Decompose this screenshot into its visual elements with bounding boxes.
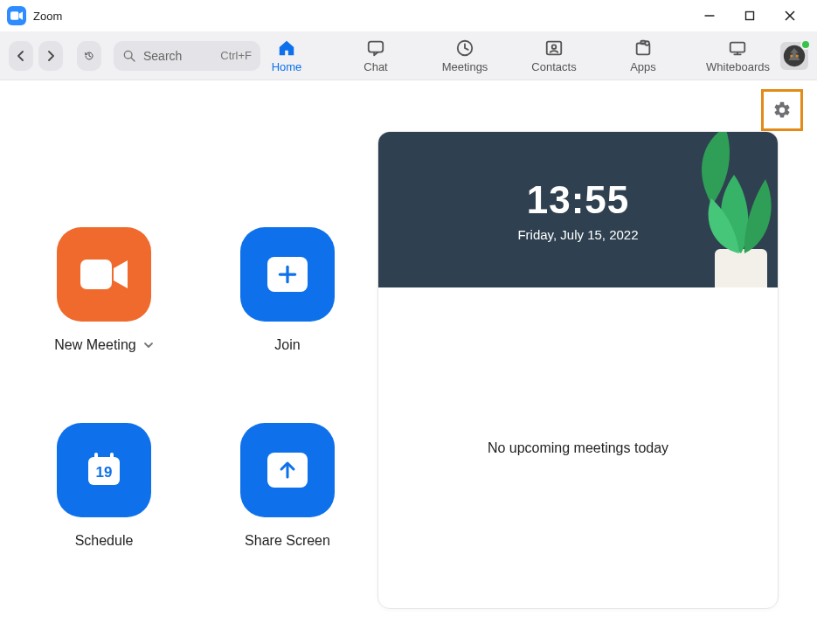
no-meetings-text: No upcoming meetings today [488, 440, 668, 456]
search-placeholder: Search [143, 49, 182, 63]
window-close-button[interactable] [770, 0, 810, 31]
whiteboard-icon [728, 38, 747, 58]
svg-rect-0 [10, 11, 18, 19]
clock-hero: 13:55 Friday, July 15, 2022 [378, 132, 778, 287]
schedule-label: Schedule [75, 533, 134, 549]
nav-forward-button[interactable] [38, 41, 63, 71]
svg-rect-28 [715, 249, 767, 287]
gear-icon [772, 100, 792, 120]
clock-date: Friday, July 15, 2022 [517, 227, 638, 242]
svg-rect-2 [746, 12, 754, 20]
nav-back-button[interactable] [9, 41, 33, 71]
window-maximize-button[interactable] [730, 0, 770, 31]
search-input[interactable]: Search Ctrl+F [114, 41, 260, 71]
svg-point-10 [552, 45, 557, 49]
top-tabs: Home Chat Meetings Contacts Apps [260, 31, 770, 80]
zoom-logo [7, 6, 26, 25]
tab-chat[interactable]: Chat [350, 31, 402, 80]
history-button[interactable] [77, 41, 101, 71]
meetings-card: 13:55 Friday, July 15, 2022 No upcoming … [377, 131, 779, 609]
tab-meetings[interactable]: Meetings [439, 31, 491, 80]
tab-apps[interactable]: Apps [617, 31, 669, 80]
window-title: Zoom [33, 10, 62, 23]
apps-icon [634, 38, 653, 58]
arrow-up-icon [277, 460, 298, 481]
video-icon [80, 258, 128, 291]
join-label: Join [274, 337, 300, 353]
clock-icon [455, 38, 474, 58]
tab-label: Meetings [442, 60, 488, 73]
calendar-icon: 19 [82, 448, 126, 492]
window-minimize-button[interactable] [689, 0, 730, 31]
schedule-button[interactable]: 19 [57, 423, 151, 517]
tab-label: Chat [363, 60, 387, 73]
svg-point-13 [645, 41, 649, 45]
main-toolbar: Search Ctrl+F Home Chat Meetings Conta [0, 31, 817, 80]
window-titlebar: Zoom [0, 0, 817, 31]
svg-rect-20 [80, 260, 112, 289]
search-icon [122, 49, 136, 63]
svg-point-18 [790, 54, 793, 57]
home-icon [277, 38, 296, 58]
main-content: New Meeting Join [0, 131, 817, 644]
tab-label: Home [272, 60, 302, 73]
svg-rect-7 [369, 41, 384, 52]
svg-rect-25 [110, 453, 114, 460]
tab-contacts[interactable]: Contacts [528, 31, 580, 80]
search-shortcut: Ctrl+F [220, 49, 252, 62]
svg-rect-14 [730, 42, 745, 52]
clock-time: 13:55 [527, 178, 630, 222]
chat-icon [366, 38, 385, 58]
plus-icon [276, 263, 299, 286]
tab-label: Contacts [531, 60, 576, 73]
svg-rect-24 [94, 453, 98, 460]
tab-home[interactable]: Home [260, 31, 313, 80]
settings-button[interactable] [761, 89, 803, 131]
new-meeting-label: New Meeting [54, 337, 135, 353]
svg-text:19: 19 [96, 464, 113, 481]
new-meeting-button[interactable] [57, 227, 151, 322]
svg-point-19 [796, 54, 799, 57]
tab-whiteboards[interactable]: Whiteboards [706, 31, 770, 80]
svg-line-6 [131, 58, 135, 61]
plant-decoration-icon [690, 153, 778, 287]
profile-avatar[interactable] [780, 42, 808, 70]
tab-label: Whiteboards [706, 60, 770, 73]
presence-indicator [800, 39, 811, 50]
share-screen-button[interactable] [240, 423, 335, 517]
tab-label: Apps [630, 60, 656, 73]
chevron-down-icon[interactable] [143, 340, 154, 350]
share-screen-label: Share Screen [245, 533, 330, 549]
contacts-icon [544, 38, 564, 58]
join-button[interactable] [240, 227, 335, 322]
